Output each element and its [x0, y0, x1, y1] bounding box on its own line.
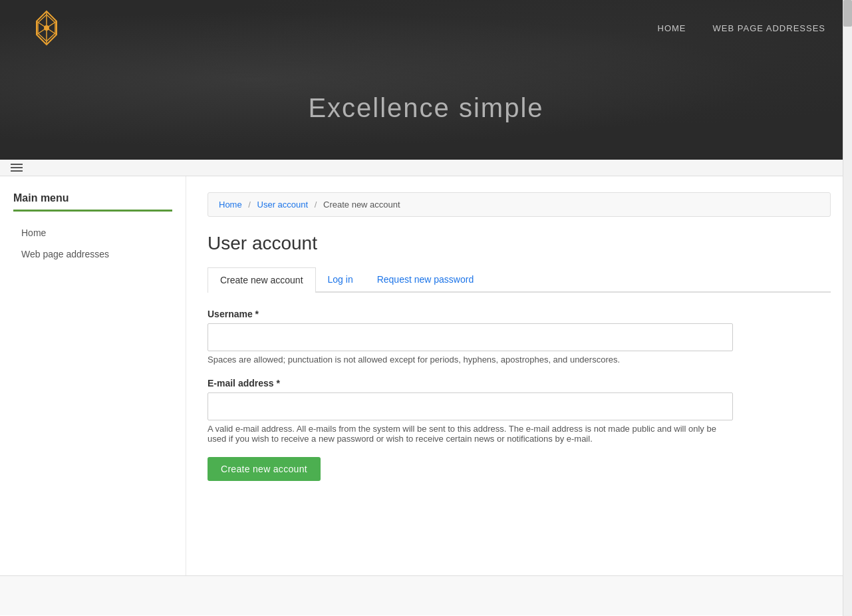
page-layout: Main menu Home Web page addresses Home /…: [0, 176, 852, 575]
email-group: E-mail address * A valid e-mail address.…: [208, 378, 831, 444]
tab-login[interactable]: Log in: [316, 267, 365, 291]
sidebar-link-home[interactable]: Home: [21, 228, 46, 238]
breadcrumb-home[interactable]: Home: [219, 200, 242, 210]
main-nav: HOME WEB PAGE ADDRESSES: [0, 0, 852, 56]
hamburger-icon[interactable]: [11, 164, 23, 172]
footer: [0, 575, 852, 615]
sidebar-title: Main menu: [13, 192, 172, 204]
toolbar-row: [0, 160, 852, 176]
breadcrumb-current: Create new account: [323, 200, 400, 210]
sidebar-link-web-pages[interactable]: Web page addresses: [21, 249, 109, 259]
email-hint: A valid e-mail address. All e-mails from…: [208, 424, 733, 444]
username-label: Username *: [208, 309, 831, 319]
tabs: Create new account Log in Request new pa…: [208, 267, 831, 293]
email-label: E-mail address *: [208, 378, 831, 388]
logo[interactable]: [27, 8, 67, 48]
hero-header: HOME WEB PAGE ADDRESSES Excellence simpl…: [0, 0, 852, 160]
breadcrumb-sep-2: /: [315, 200, 317, 210]
nav-links: HOME WEB PAGE ADDRESSES: [658, 23, 825, 33]
breadcrumb-user-account[interactable]: User account: [257, 200, 309, 210]
page-heading: User account: [208, 233, 831, 254]
sidebar: Main menu Home Web page addresses: [0, 176, 186, 575]
tab-create-account[interactable]: Create new account: [208, 267, 316, 293]
create-account-button[interactable]: Create new account: [208, 457, 321, 481]
logo-icon: [27, 8, 67, 48]
username-group: Username * Spaces are allowed; punctuati…: [208, 309, 831, 365]
breadcrumb: Home / User account / Create new account: [208, 192, 831, 217]
username-hint: Spaces are allowed; punctuation is not a…: [208, 355, 733, 365]
main-content: Home / User account / Create new account…: [186, 176, 852, 575]
tab-request-password[interactable]: Request new password: [365, 267, 486, 291]
nav-home[interactable]: HOME: [658, 23, 686, 33]
email-input[interactable]: [208, 392, 733, 420]
sidebar-item-home[interactable]: Home: [13, 222, 172, 243]
sidebar-item-web-pages[interactable]: Web page addresses: [13, 243, 172, 265]
sidebar-menu: Home Web page addresses: [13, 222, 172, 265]
svg-point-5: [44, 25, 49, 31]
username-input[interactable]: [208, 323, 733, 351]
create-account-form: Username * Spaces are allowed; punctuati…: [208, 309, 831, 481]
nav-web-pages[interactable]: WEB PAGE ADDRESSES: [713, 23, 825, 33]
hero-title: Excellence simple: [0, 56, 852, 160]
submit-group: Create new account: [208, 457, 831, 481]
breadcrumb-sep-1: /: [248, 200, 251, 210]
sidebar-underline: [13, 210, 172, 212]
